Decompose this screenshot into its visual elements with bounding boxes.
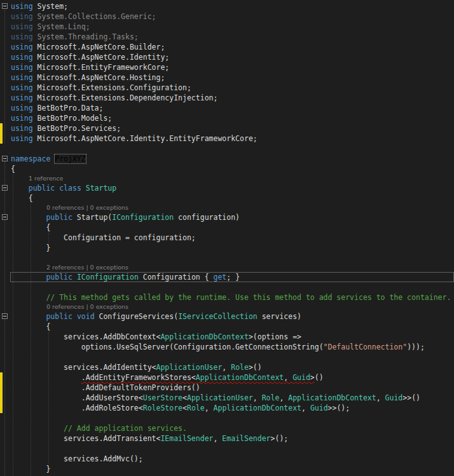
code-line: using BetBotPro.Services;: [0, 123, 454, 133]
code-line: using System.Collections.Generic;: [0, 11, 454, 22]
code-token: IServiceCollection: [178, 312, 258, 321]
error-squiggle-token: ,: [284, 373, 292, 382]
code-text: options.UseSqlServer(Configuration.GetCo…: [0, 342, 454, 352]
code-line: services.AddDbContext<ApplicationDbConte…: [0, 332, 454, 342]
code-token: ,: [205, 404, 214, 412]
code-token: void: [77, 312, 95, 321]
code-token: [81, 184, 86, 193]
code-token: using: [11, 73, 33, 82]
code-token: ApplicationUser: [187, 393, 253, 402]
editor[interactable]: using System;using System.Collections.Ge…: [0, 0, 454, 476]
code-token: ConfigureServices(: [95, 312, 179, 321]
code-token: .AddRoleStore<: [11, 404, 143, 412]
fold-collapse-icon[interactable]: [2, 156, 8, 161]
code-token: [11, 273, 46, 282]
blank-line: [0, 444, 454, 454]
codelens-text[interactable]: 1 reference: [0, 174, 454, 183]
error-squiggle-token: ApplicationDbContext: [196, 373, 284, 382]
code-text: using System.Linq;: [0, 22, 454, 32]
code-token: [11, 184, 29, 193]
code-token: [11, 213, 46, 222]
code-token: System.Collections.Generic;: [33, 12, 156, 21]
code-line: using Microsoft.Extensions.Configuration…: [0, 83, 454, 93]
code-token: // Add application services.: [11, 424, 187, 433]
code-text: public Startup(IConfiguration configurat…: [0, 212, 454, 222]
fold-collapse-icon[interactable]: [2, 313, 8, 319]
code-text: public class Startup: [0, 183, 454, 193]
code-line: // Add application services.: [0, 423, 454, 433]
code-line: public IConfiguration Configuration { ge…: [0, 272, 454, 282]
code-text: using Microsoft.EntityFrameworkCore;: [0, 62, 454, 72]
code-text: using Microsoft.AspNetCore.Hosting;: [0, 72, 454, 83]
code-line: .AddEntityFrameworkStores<ApplicationDbC…: [0, 372, 454, 383]
fold-collapse-icon[interactable]: [2, 214, 8, 220]
code-text: }: [0, 464, 454, 474]
code-line: using System.Threading.Tasks;: [0, 32, 454, 42]
code-text: services.AddMvc();: [0, 454, 454, 464]
code-token: ,: [253, 393, 262, 402]
code-token: ,: [301, 404, 310, 412]
code-token: Startup(: [72, 213, 112, 222]
change-tracking-bar: [0, 393, 3, 403]
code-token: Microsoft.Extensions.DependencyInjection…: [33, 93, 218, 102]
code-text: services.AddIdentity<ApplicationUser, Ro…: [0, 362, 454, 372]
code-text: services.AddDbContext<ApplicationDbConte…: [0, 332, 454, 342]
code-token: public: [46, 312, 72, 321]
code-token: // This method gets called by the runtim…: [11, 293, 451, 302]
code-token: using: [11, 22, 33, 31]
code-token: using: [11, 12, 33, 21]
code-token: {: [11, 165, 15, 173]
code-token: ApplicationDbContext: [214, 404, 301, 412]
error-squiggle-token: >: [310, 373, 315, 382]
code-token: ; }: [226, 273, 240, 282]
code-token: ,: [376, 393, 385, 402]
code-token: using: [11, 32, 33, 41]
code-token: using: [11, 53, 33, 62]
codelens-text[interactable]: 0 references | 0 exceptions: [0, 303, 454, 311]
code-text: using System.Threading.Tasks;: [0, 32, 454, 42]
code-line: // This method gets called by the runtim…: [0, 292, 454, 303]
code-token: .AddDefaultTokenProviders(): [11, 383, 200, 392]
code-line: using Microsoft.AspNetCore.Builder;: [0, 42, 454, 52]
codelens-text[interactable]: 0 references | 0 exceptions: [0, 203, 454, 212]
code-text: using BetBotPro.Data;: [0, 103, 454, 113]
code-text: .AddEntityFrameworkStores<ApplicationDbC…: [0, 372, 454, 383]
code-token: Microsoft.Extensions.Configuration;: [33, 83, 191, 92]
code-token: System.Threading.Tasks;: [33, 32, 139, 41]
code-text: {: [0, 164, 454, 174]
code-token: System.Linq;: [33, 22, 90, 31]
code-token: {: [11, 322, 50, 331]
codelens-text[interactable]: 2 references | 0 exceptions: [0, 263, 454, 272]
code-token: IConfiguration: [112, 213, 174, 222]
code-text: public IConfiguration Configuration { ge…: [0, 272, 454, 282]
fold-collapse-icon[interactable]: [2, 3, 8, 9]
code-token: get: [214, 273, 227, 282]
blank-line: [0, 253, 454, 263]
code-token: namespace: [11, 154, 50, 163]
code-line: using Microsoft.AspNetCore.Identity.Enti…: [0, 133, 454, 144]
code-token: Startup: [86, 184, 116, 193]
fold-collapse-icon[interactable]: [2, 185, 8, 191]
code-line: using Microsoft.EntityFrameworkCore;: [0, 62, 454, 72]
code-token: IEmailSender: [160, 434, 213, 443]
code-token: public: [46, 273, 72, 282]
code-token: >();: [271, 434, 289, 443]
code-lines: using System;using System.Collections.Ge…: [0, 0, 454, 474]
code-token: Configuration {: [139, 273, 214, 282]
code-token: [11, 373, 81, 382]
code-token: >(options =>: [249, 332, 301, 341]
code-token: BetBotPro.Data;: [33, 104, 104, 112]
code-token: class: [59, 184, 81, 193]
code-text: Configuration = configuration;: [0, 233, 454, 243]
code-token: }: [11, 243, 50, 252]
code-token: <: [182, 393, 187, 402]
code-line: using Microsoft.AspNetCore.Identity;: [0, 52, 454, 62]
code-line: }: [0, 464, 454, 474]
code-text: public void ConfigureServices(IServiceCo…: [0, 311, 454, 322]
code-token: using: [11, 43, 33, 51]
blank-line: [0, 352, 454, 362]
code-token: [72, 312, 77, 321]
code-text: using Microsoft.AspNetCore.Builder;: [0, 42, 454, 52]
change-tracking-bar: [0, 372, 3, 383]
code-token: System;: [33, 2, 68, 11]
